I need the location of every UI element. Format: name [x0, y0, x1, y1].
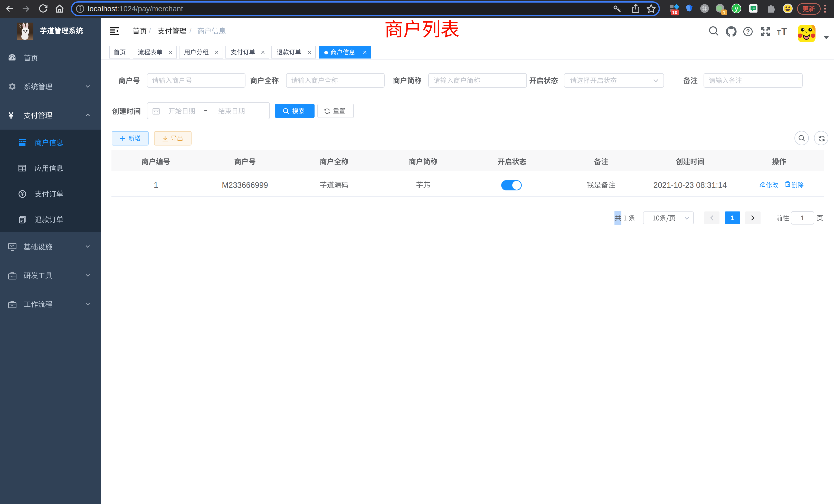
svg-text:10: 10: [672, 10, 677, 15]
svg-text:T: T: [781, 26, 787, 37]
svg-text:T: T: [777, 29, 781, 36]
svg-text:?: ?: [746, 28, 750, 35]
svg-text:y: y: [735, 5, 738, 12]
svg-text:1: 1: [723, 10, 725, 15]
